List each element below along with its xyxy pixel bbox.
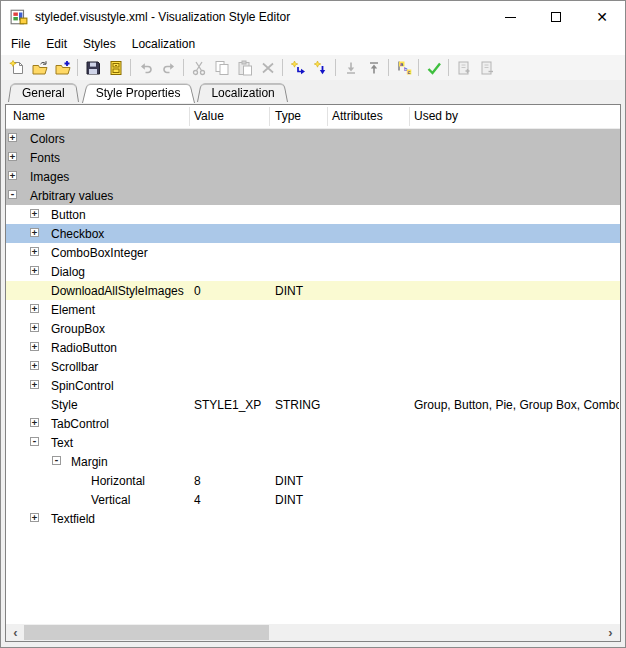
open-folder-button[interactable] [28, 57, 51, 79]
row-name: Button [51, 208, 86, 222]
tree-row-radiobutton[interactable]: +RadioButton [6, 338, 620, 357]
menu-item-localization[interactable]: Localization [124, 34, 203, 54]
toolbar-separator [183, 59, 184, 76]
expand-plus-icon[interactable]: + [30, 228, 39, 237]
column-header-attributes[interactable]: Attributes [332, 109, 383, 123]
undo-icon [138, 60, 154, 76]
tree-row-groupbox[interactable]: +GroupBox [6, 319, 620, 338]
expand-plus-icon[interactable]: + [30, 323, 39, 332]
apply-check-button[interactable] [422, 57, 445, 79]
close-button[interactable]: ✕ [579, 1, 625, 33]
expand-plus-icon[interactable]: + [30, 247, 39, 256]
scroll-left-button[interactable]: ‹ [7, 624, 24, 641]
expand-plus-icon[interactable]: + [30, 418, 39, 427]
row-value: STYLE1_XP [194, 398, 261, 412]
tree-row-fonts[interactable]: +Fonts [6, 148, 620, 167]
tree-row-textfield[interactable]: +Textfield [6, 509, 620, 528]
collapse-minus-icon[interactable]: - [52, 456, 61, 465]
minimize-button[interactable] [487, 1, 533, 33]
delete-button [256, 57, 279, 79]
menu-bar: FileEditStylesLocalization [1, 33, 625, 55]
menu-item-styles[interactable]: Styles [75, 34, 124, 54]
tree-row-scrollbar[interactable]: +Scrollbar [6, 357, 620, 376]
tab-style-properties[interactable]: Style Properties [82, 82, 195, 103]
scrollbar-thumb[interactable] [24, 625, 269, 640]
expand-plus-icon[interactable]: + [8, 171, 17, 180]
expand-plus-icon[interactable]: + [30, 209, 39, 218]
window-title: styledef.visustyle.xml - Visualization S… [35, 10, 290, 24]
tree-row-arbitrary-values[interactable]: -Arbitrary values [6, 186, 620, 205]
row-name: RadioButton [51, 341, 117, 355]
move-to-bottom-icon [343, 60, 359, 76]
new-value-button[interactable] [286, 57, 309, 79]
open-folder-icon [32, 60, 48, 76]
new-subvalue-icon [313, 60, 329, 76]
tree-row-spincontrol[interactable]: +SpinControl [6, 376, 620, 395]
tree-row-downloadallstyleimages[interactable]: DownloadAllStyleImages0DINT [6, 281, 620, 300]
tree-row-tabcontrol[interactable]: +TabControl [6, 414, 620, 433]
tree-row-images[interactable]: +Images [6, 167, 620, 186]
column-header-name[interactable]: Name [13, 109, 45, 123]
toolbar-separator [77, 59, 78, 76]
tab-general[interactable]: General [8, 82, 79, 102]
new-subvalue-button[interactable] [309, 57, 332, 79]
tree-row-horizontal[interactable]: Horizontal8DINT [6, 471, 620, 490]
maximize-button[interactable] [533, 1, 579, 33]
column-header-type[interactable]: Type [275, 109, 301, 123]
row-name: Text [51, 436, 73, 450]
tree-row-checkbox[interactable]: +Checkbox [6, 224, 620, 243]
close-icon: ✕ [596, 10, 608, 24]
tree-row-button[interactable]: +Button [6, 205, 620, 224]
horizontal-scrollbar[interactable]: ‹ › [6, 624, 620, 641]
redo-button [157, 57, 180, 79]
tree-row-dialog[interactable]: +Dialog [6, 262, 620, 281]
collapse-minus-icon[interactable]: - [8, 190, 17, 199]
header-divider[interactable] [189, 107, 190, 126]
undo-button [134, 57, 157, 79]
tree-row-vertical[interactable]: Vertical4DINT [6, 490, 620, 509]
expand-plus-icon[interactable]: + [30, 380, 39, 389]
expand-plus-icon[interactable]: + [30, 304, 39, 313]
expand-plus-icon[interactable]: + [30, 513, 39, 522]
minimize-icon [505, 17, 516, 18]
column-header-value[interactable]: Value [194, 109, 224, 123]
copy-button [210, 57, 233, 79]
expand-plus-icon[interactable]: + [8, 152, 17, 161]
scroll-right-button[interactable]: › [602, 624, 619, 641]
tree-row-style[interactable]: StyleSTYLE1_XPSTRINGGroup, Button, Pie, … [6, 395, 620, 414]
expand-plus-icon[interactable]: + [30, 342, 39, 351]
save-button[interactable] [81, 57, 104, 79]
header-divider[interactable] [327, 107, 328, 126]
toolbar-separator [448, 59, 449, 76]
rename-abc-button[interactable]: abc [392, 57, 415, 79]
row-name: Scrollbar [51, 360, 98, 374]
style-library-button[interactable] [104, 57, 127, 79]
expand-plus-icon[interactable]: + [30, 361, 39, 370]
menu-item-edit[interactable]: Edit [38, 34, 75, 54]
table-header: NameValueTypeAttributesUsed by [6, 105, 620, 129]
doc-copy-button [475, 57, 498, 79]
svg-text:c: c [407, 68, 410, 74]
row-name: Horizontal [91, 474, 145, 488]
tree-row-margin[interactable]: -Margin [6, 452, 620, 471]
tab-localization[interactable]: Localization [197, 82, 288, 102]
toolbar-separator [388, 59, 389, 76]
import-folder-button[interactable] [51, 57, 74, 79]
collapse-minus-icon[interactable]: - [30, 437, 39, 446]
header-divider[interactable] [269, 107, 270, 126]
row-value: 8 [194, 474, 201, 488]
tree-row-comboboxinteger[interactable]: +ComboBoxInteger [6, 243, 620, 262]
title-bar: styledef.visustyle.xml - Visualization S… [1, 1, 625, 33]
row-value: 0 [194, 284, 201, 298]
tree-row-text[interactable]: -Text [6, 433, 620, 452]
expand-plus-icon[interactable]: + [8, 133, 17, 142]
column-header-used-by[interactable]: Used by [414, 109, 458, 123]
header-divider[interactable] [409, 107, 410, 126]
tree-row-colors[interactable]: +Colors [6, 129, 620, 148]
tree-row-element[interactable]: +Element [6, 300, 620, 319]
rename-abc-icon: abc [396, 60, 412, 76]
window-controls: ✕ [487, 1, 625, 33]
menu-item-file[interactable]: File [3, 34, 38, 54]
expand-plus-icon[interactable]: + [30, 266, 39, 275]
new-file-button[interactable] [5, 57, 28, 79]
